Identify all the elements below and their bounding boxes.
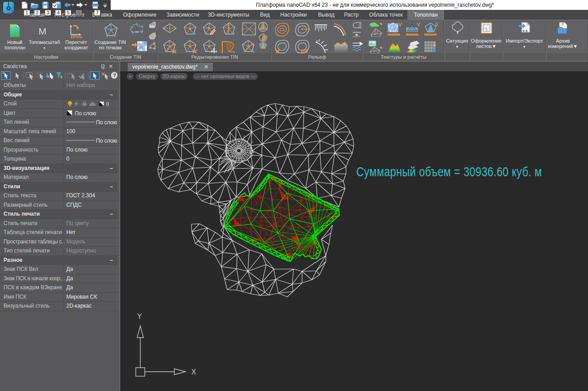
svg-text:Y: Y (137, 313, 142, 320)
svg-text:X: X (191, 368, 196, 376)
svg-text:По слою: По слою (75, 110, 96, 116)
svg-text:V: V (417, 22, 420, 27)
svg-text:?: ? (113, 73, 116, 78)
svg-text:V: V (398, 22, 402, 27)
svg-text:По слою: По слою (96, 138, 117, 144)
svg-text:x x: x x (523, 29, 528, 33)
svg-text:B: B (154, 48, 155, 50)
svg-text:S: S (435, 22, 438, 27)
svg-text:0: 0 (106, 101, 109, 107)
svg-text:P: P (150, 47, 151, 49)
svg-text:По слою: По слою (96, 119, 117, 126)
